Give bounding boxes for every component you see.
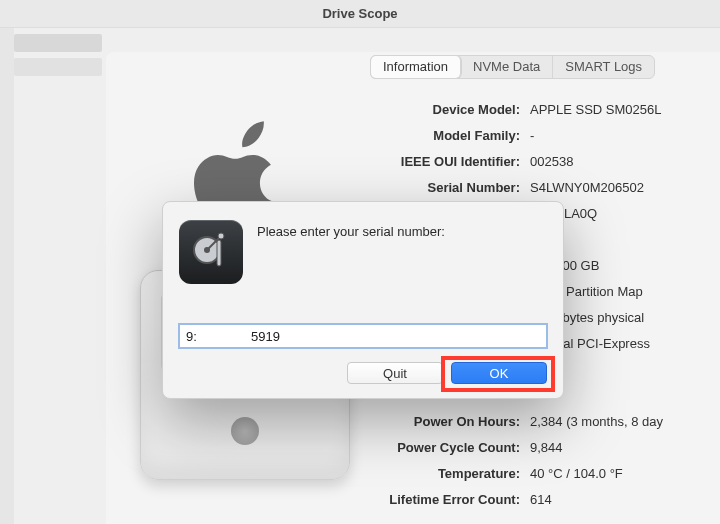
- button-label: Quit: [383, 366, 407, 381]
- info-row: Lifetime Error Count:614: [370, 486, 706, 512]
- serial-dialog: Please enter your serial number: Quit OK: [162, 201, 564, 399]
- info-row: Model Family:-: [370, 122, 706, 148]
- info-key: Model Family:: [370, 128, 530, 143]
- serial-input[interactable]: [179, 324, 547, 348]
- info-row: Device Model:APPLE SSD SM0256L: [370, 96, 706, 122]
- info-key: Power On Hours:: [370, 414, 530, 429]
- info-value: -: [530, 128, 706, 143]
- quit-button[interactable]: Quit: [347, 362, 443, 384]
- info-row: Power On Hours:2,384 (3 months, 8 day: [370, 408, 706, 434]
- info-key: Serial Number:: [370, 180, 530, 195]
- info-key: Device Model:: [370, 102, 530, 117]
- info-row: Temperature:40 °C / 104.0 °F: [370, 460, 706, 486]
- dialog-prompt: Please enter your serial number:: [257, 220, 445, 239]
- window-left-edge: [0, 28, 14, 524]
- sidebar: [14, 28, 106, 524]
- window-title: Drive Scope: [322, 6, 397, 21]
- sidebar-item[interactable]: [14, 58, 102, 76]
- window-titlebar: Drive Scope: [0, 0, 720, 28]
- info-row: Power Cycle Count:9,844: [370, 434, 706, 460]
- info-value: APPLE SSD SM0256L: [530, 102, 706, 117]
- info-value: 614: [530, 492, 706, 507]
- tab-smart-logs[interactable]: SMART Logs: [553, 56, 654, 78]
- tab-label: SMART Logs: [565, 59, 642, 74]
- tab-nvme-data[interactable]: NVMe Data: [461, 56, 553, 78]
- tab-information[interactable]: Information: [371, 56, 461, 78]
- tab-label: NVMe Data: [473, 59, 540, 74]
- info-key: Power Cycle Count:: [370, 440, 530, 455]
- ok-button[interactable]: OK: [451, 362, 547, 384]
- info-value: 2,384 (3 months, 8 day: [530, 414, 706, 429]
- tab-bar: Information NVMe Data SMART Logs: [370, 55, 655, 79]
- info-key: Temperature:: [370, 466, 530, 481]
- info-key: Lifetime Error Count:: [370, 492, 530, 507]
- info-value: 40 °C / 104.0 °F: [530, 466, 706, 481]
- info-row: Serial Number:S4LWNY0M206502: [370, 174, 706, 200]
- sidebar-item[interactable]: [14, 34, 102, 52]
- svg-rect-2: [217, 240, 221, 266]
- svg-point-4: [218, 233, 224, 239]
- info-value: 9,844: [530, 440, 706, 455]
- tab-label: Information: [383, 59, 448, 74]
- info-key: IEEE OUI Identifier:: [370, 154, 530, 169]
- button-label: OK: [490, 366, 509, 381]
- info-value: S4LWNY0M206502: [530, 180, 706, 195]
- app-icon: [179, 220, 243, 284]
- info-row: IEEE OUI Identifier:002538: [370, 148, 706, 174]
- info-value: 002538: [530, 154, 706, 169]
